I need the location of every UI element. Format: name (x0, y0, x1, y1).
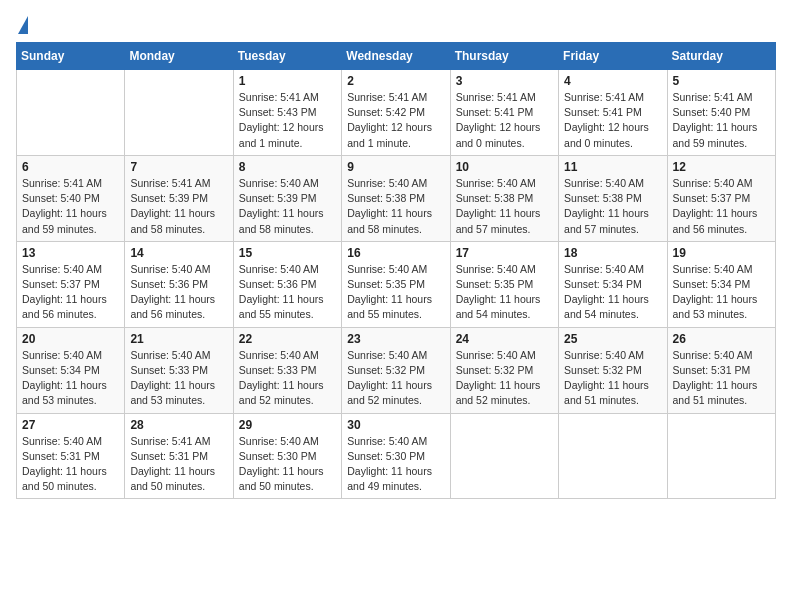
day-detail: Sunrise: 5:40 AM Sunset: 5:31 PM Dayligh… (22, 434, 119, 495)
day-header-monday: Monday (125, 43, 233, 70)
calendar-cell: 22Sunrise: 5:40 AM Sunset: 5:33 PM Dayli… (233, 327, 341, 413)
day-number: 29 (239, 418, 336, 432)
day-detail: Sunrise: 5:40 AM Sunset: 5:38 PM Dayligh… (347, 176, 444, 237)
day-detail: Sunrise: 5:40 AM Sunset: 5:36 PM Dayligh… (130, 262, 227, 323)
day-header-thursday: Thursday (450, 43, 558, 70)
day-detail: Sunrise: 5:40 AM Sunset: 5:34 PM Dayligh… (564, 262, 661, 323)
day-header-friday: Friday (559, 43, 667, 70)
day-number: 25 (564, 332, 661, 346)
day-detail: Sunrise: 5:41 AM Sunset: 5:40 PM Dayligh… (22, 176, 119, 237)
day-number: 8 (239, 160, 336, 174)
calendar-cell (559, 413, 667, 499)
logo-triangle-icon (18, 16, 28, 34)
day-detail: Sunrise: 5:40 AM Sunset: 5:34 PM Dayligh… (673, 262, 770, 323)
day-number: 21 (130, 332, 227, 346)
day-number: 3 (456, 74, 553, 88)
calendar-cell: 23Sunrise: 5:40 AM Sunset: 5:32 PM Dayli… (342, 327, 450, 413)
day-detail: Sunrise: 5:40 AM Sunset: 5:30 PM Dayligh… (347, 434, 444, 495)
day-number: 19 (673, 246, 770, 260)
day-detail: Sunrise: 5:40 AM Sunset: 5:35 PM Dayligh… (456, 262, 553, 323)
calendar-week-row: 13Sunrise: 5:40 AM Sunset: 5:37 PM Dayli… (17, 241, 776, 327)
day-number: 7 (130, 160, 227, 174)
day-number: 24 (456, 332, 553, 346)
calendar-week-row: 6Sunrise: 5:41 AM Sunset: 5:40 PM Daylig… (17, 155, 776, 241)
calendar-cell: 2Sunrise: 5:41 AM Sunset: 5:42 PM Daylig… (342, 70, 450, 156)
calendar-week-row: 20Sunrise: 5:40 AM Sunset: 5:34 PM Dayli… (17, 327, 776, 413)
page-header (16, 16, 776, 30)
day-detail: Sunrise: 5:40 AM Sunset: 5:35 PM Dayligh… (347, 262, 444, 323)
day-number: 1 (239, 74, 336, 88)
day-header-wednesday: Wednesday (342, 43, 450, 70)
day-detail: Sunrise: 5:41 AM Sunset: 5:40 PM Dayligh… (673, 90, 770, 151)
day-number: 6 (22, 160, 119, 174)
day-detail: Sunrise: 5:41 AM Sunset: 5:41 PM Dayligh… (564, 90, 661, 151)
day-number: 27 (22, 418, 119, 432)
calendar-cell: 25Sunrise: 5:40 AM Sunset: 5:32 PM Dayli… (559, 327, 667, 413)
calendar-cell: 24Sunrise: 5:40 AM Sunset: 5:32 PM Dayli… (450, 327, 558, 413)
day-detail: Sunrise: 5:41 AM Sunset: 5:39 PM Dayligh… (130, 176, 227, 237)
day-detail: Sunrise: 5:40 AM Sunset: 5:30 PM Dayligh… (239, 434, 336, 495)
day-number: 22 (239, 332, 336, 346)
calendar-cell: 28Sunrise: 5:41 AM Sunset: 5:31 PM Dayli… (125, 413, 233, 499)
calendar-cell: 8Sunrise: 5:40 AM Sunset: 5:39 PM Daylig… (233, 155, 341, 241)
day-detail: Sunrise: 5:40 AM Sunset: 5:38 PM Dayligh… (564, 176, 661, 237)
calendar-cell: 30Sunrise: 5:40 AM Sunset: 5:30 PM Dayli… (342, 413, 450, 499)
day-detail: Sunrise: 5:40 AM Sunset: 5:37 PM Dayligh… (673, 176, 770, 237)
calendar-cell: 11Sunrise: 5:40 AM Sunset: 5:38 PM Dayli… (559, 155, 667, 241)
day-header-sunday: Sunday (17, 43, 125, 70)
day-detail: Sunrise: 5:40 AM Sunset: 5:37 PM Dayligh… (22, 262, 119, 323)
day-detail: Sunrise: 5:40 AM Sunset: 5:34 PM Dayligh… (22, 348, 119, 409)
day-number: 16 (347, 246, 444, 260)
calendar-cell (125, 70, 233, 156)
calendar-cell (450, 413, 558, 499)
calendar-cell: 20Sunrise: 5:40 AM Sunset: 5:34 PM Dayli… (17, 327, 125, 413)
day-detail: Sunrise: 5:40 AM Sunset: 5:39 PM Dayligh… (239, 176, 336, 237)
calendar-cell: 7Sunrise: 5:41 AM Sunset: 5:39 PM Daylig… (125, 155, 233, 241)
day-detail: Sunrise: 5:40 AM Sunset: 5:33 PM Dayligh… (239, 348, 336, 409)
day-number: 15 (239, 246, 336, 260)
calendar-cell: 26Sunrise: 5:40 AM Sunset: 5:31 PM Dayli… (667, 327, 775, 413)
calendar-cell: 16Sunrise: 5:40 AM Sunset: 5:35 PM Dayli… (342, 241, 450, 327)
calendar-table: SundayMondayTuesdayWednesdayThursdayFrid… (16, 42, 776, 499)
day-detail: Sunrise: 5:41 AM Sunset: 5:43 PM Dayligh… (239, 90, 336, 151)
calendar-cell: 12Sunrise: 5:40 AM Sunset: 5:37 PM Dayli… (667, 155, 775, 241)
day-detail: Sunrise: 5:40 AM Sunset: 5:36 PM Dayligh… (239, 262, 336, 323)
calendar-cell: 13Sunrise: 5:40 AM Sunset: 5:37 PM Dayli… (17, 241, 125, 327)
day-detail: Sunrise: 5:40 AM Sunset: 5:32 PM Dayligh… (347, 348, 444, 409)
day-number: 13 (22, 246, 119, 260)
calendar-cell: 9Sunrise: 5:40 AM Sunset: 5:38 PM Daylig… (342, 155, 450, 241)
day-number: 26 (673, 332, 770, 346)
day-number: 9 (347, 160, 444, 174)
day-number: 12 (673, 160, 770, 174)
day-detail: Sunrise: 5:40 AM Sunset: 5:33 PM Dayligh… (130, 348, 227, 409)
calendar-week-row: 27Sunrise: 5:40 AM Sunset: 5:31 PM Dayli… (17, 413, 776, 499)
day-number: 17 (456, 246, 553, 260)
day-number: 10 (456, 160, 553, 174)
day-number: 23 (347, 332, 444, 346)
calendar-cell (667, 413, 775, 499)
calendar-cell: 10Sunrise: 5:40 AM Sunset: 5:38 PM Dayli… (450, 155, 558, 241)
day-number: 18 (564, 246, 661, 260)
calendar-cell: 14Sunrise: 5:40 AM Sunset: 5:36 PM Dayli… (125, 241, 233, 327)
calendar-cell: 4Sunrise: 5:41 AM Sunset: 5:41 PM Daylig… (559, 70, 667, 156)
day-number: 5 (673, 74, 770, 88)
day-detail: Sunrise: 5:40 AM Sunset: 5:31 PM Dayligh… (673, 348, 770, 409)
day-number: 4 (564, 74, 661, 88)
day-number: 2 (347, 74, 444, 88)
calendar-cell: 1Sunrise: 5:41 AM Sunset: 5:43 PM Daylig… (233, 70, 341, 156)
calendar-cell: 3Sunrise: 5:41 AM Sunset: 5:41 PM Daylig… (450, 70, 558, 156)
calendar-cell: 29Sunrise: 5:40 AM Sunset: 5:30 PM Dayli… (233, 413, 341, 499)
day-detail: Sunrise: 5:41 AM Sunset: 5:31 PM Dayligh… (130, 434, 227, 495)
calendar-header-row: SundayMondayTuesdayWednesdayThursdayFrid… (17, 43, 776, 70)
calendar-week-row: 1Sunrise: 5:41 AM Sunset: 5:43 PM Daylig… (17, 70, 776, 156)
day-number: 30 (347, 418, 444, 432)
logo (16, 16, 28, 30)
calendar-cell: 19Sunrise: 5:40 AM Sunset: 5:34 PM Dayli… (667, 241, 775, 327)
day-detail: Sunrise: 5:41 AM Sunset: 5:42 PM Dayligh… (347, 90, 444, 151)
calendar-cell: 5Sunrise: 5:41 AM Sunset: 5:40 PM Daylig… (667, 70, 775, 156)
calendar-cell: 15Sunrise: 5:40 AM Sunset: 5:36 PM Dayli… (233, 241, 341, 327)
day-number: 28 (130, 418, 227, 432)
calendar-cell: 21Sunrise: 5:40 AM Sunset: 5:33 PM Dayli… (125, 327, 233, 413)
calendar-cell (17, 70, 125, 156)
day-detail: Sunrise: 5:40 AM Sunset: 5:38 PM Dayligh… (456, 176, 553, 237)
